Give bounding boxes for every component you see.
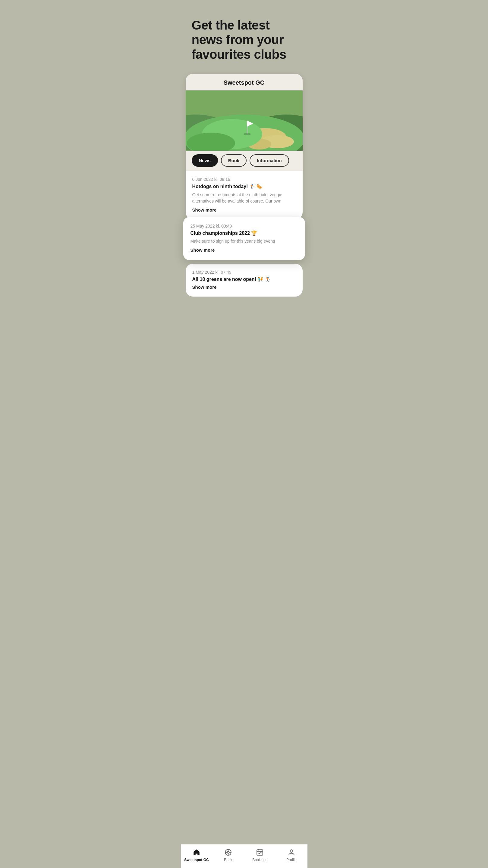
- svg-point-22: [290, 849, 293, 852]
- home-icon: [192, 848, 201, 857]
- news-section: 6 Jun 2022 kl. 08:16 Hotdogs on ninth to…: [186, 171, 303, 219]
- content-wrapper: Get the latest news from your favourites…: [181, 0, 307, 329]
- tab-bar: News Book Information: [186, 151, 303, 171]
- svg-rect-18: [257, 849, 263, 855]
- nav-bookings-label: Bookings: [252, 858, 267, 862]
- news-date-3: 1 May 2022 kl. 07:49: [192, 270, 296, 275]
- news-excerpt-2: Make sure to sign up for this year's big…: [190, 238, 298, 244]
- show-more-3[interactable]: Show more: [192, 284, 217, 290]
- hero-section: Get the latest news from your favourites…: [181, 0, 307, 74]
- svg-point-11: [244, 133, 251, 135]
- news-title-2: Club championships 2022 🏆: [190, 230, 298, 237]
- bottom-nav: Sweetspot GC Book: [181, 844, 307, 868]
- tab-book[interactable]: Book: [221, 154, 247, 167]
- nav-profile-label: Profile: [286, 858, 297, 862]
- nav-home[interactable]: Sweetspot GC: [181, 848, 213, 862]
- hero-title: Get the latest news from your favourites…: [192, 18, 297, 62]
- tab-news[interactable]: News: [192, 154, 218, 167]
- news-title-1: Hotdogs on ninth today! 🏌️ 🌭: [192, 184, 296, 190]
- book-icon: [224, 848, 233, 857]
- news-date-1: 6 Jun 2022 kl. 08:16: [192, 177, 296, 182]
- profile-icon: [287, 848, 296, 857]
- nav-profile[interactable]: Profile: [276, 848, 307, 862]
- bookings-icon: [255, 848, 264, 857]
- news-item-2-floating: 25 May 2022 kl. 09:40 Club championships…: [183, 217, 305, 260]
- news-item-1: 6 Jun 2022 kl. 08:16 Hotdogs on ninth to…: [186, 171, 303, 219]
- phone-container: Get the latest news from your favourites…: [181, 0, 307, 868]
- club-card: Sweetspot GC: [186, 74, 303, 219]
- show-more-1[interactable]: Show more: [192, 207, 217, 213]
- tab-information[interactable]: Information: [250, 154, 289, 167]
- show-more-2[interactable]: Show more: [190, 247, 215, 253]
- news-excerpt-1: Get some refreshments at the ninth hole,…: [192, 192, 296, 204]
- golf-course-image: [186, 90, 303, 151]
- nav-book[interactable]: Book: [213, 848, 244, 862]
- nav-bookings[interactable]: Bookings: [244, 848, 276, 862]
- news-title-3: All 18 greens are now open! 🧑‍🤝‍🧑 🏌️: [192, 276, 296, 283]
- nav-home-label: Sweetspot GC: [184, 858, 209, 862]
- club-name: Sweetspot GC: [186, 74, 303, 90]
- news-item-3-card: 1 May 2022 kl. 07:49 All 18 greens are n…: [186, 264, 303, 297]
- nav-book-label: Book: [224, 858, 232, 862]
- svg-point-13: [227, 851, 230, 854]
- news-date-2: 25 May 2022 kl. 09:40: [190, 224, 298, 228]
